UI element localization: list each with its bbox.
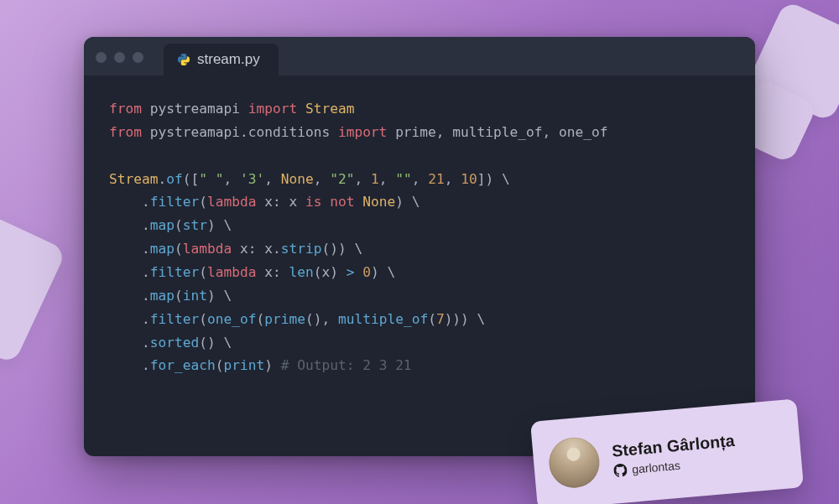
github-icon	[613, 463, 628, 477]
code-line: from pystreamapi import Stream	[109, 97, 730, 121]
avatar	[547, 435, 602, 490]
python-icon	[177, 53, 190, 66]
code-line: .filter(lambda x: len(x) > 0) \	[109, 261, 730, 284]
code-line: Stream.of([" ", '3', None, "2", 1, "", 2…	[109, 168, 730, 191]
window-controls[interactable]	[96, 52, 143, 63]
code-line	[109, 144, 730, 168]
code-editor-content[interactable]: from pystreamapi import Streamfrom pystr…	[84, 75, 755, 456]
code-line: from pystreamapi.conditions import prime…	[109, 121, 730, 144]
minimize-icon[interactable]	[114, 52, 125, 63]
code-line: .filter(lambda x: x is not None) \	[109, 190, 730, 214]
code-line: .for_each(print) # Output: 2 3 21	[109, 354, 730, 377]
decor-square	[0, 197, 67, 364]
code-line: .sorted() \	[109, 331, 730, 355]
author-handle-text: garlontas	[632, 458, 681, 475]
editor-window: stream.py from pystreamapi import Stream…	[84, 37, 755, 456]
tab-stream-py[interactable]: stream.py	[164, 44, 279, 75]
code-line: .map(str) \	[109, 214, 730, 237]
code-line: .map(lambda x: x.strip()) \	[109, 237, 730, 261]
code-line: .filter(one_of(prime(), multiple_of(7)))…	[109, 308, 730, 331]
code-line: .map(int) \	[109, 284, 730, 308]
author-text: Stefan Gârlonța garlontas	[611, 430, 737, 477]
tab-filename: stream.py	[197, 51, 260, 68]
close-icon[interactable]	[96, 52, 107, 63]
maximize-icon[interactable]	[133, 52, 143, 63]
editor-titlebar: stream.py	[84, 37, 755, 75]
